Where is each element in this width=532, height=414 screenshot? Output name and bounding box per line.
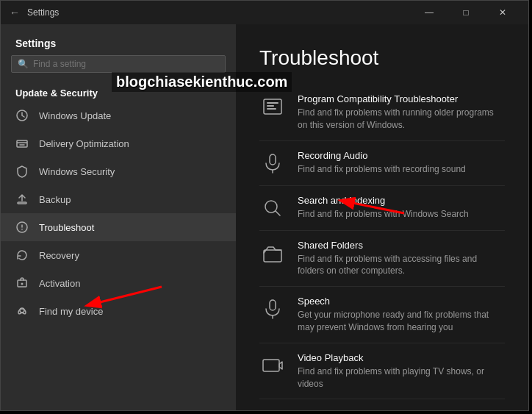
troubleshoot-item-search-indexing: Search and Indexing Find and fix problem… (259, 186, 505, 231)
item-text-program-compat: Program Compatibility Troubleshooter Fin… (298, 93, 505, 132)
troubleshoot-item-program-compat: Program Compatibility Troubleshooter Fin… (259, 85, 505, 141)
item-desc-speech: Get your microphone ready and fix proble… (298, 309, 505, 334)
sidebar-item-recovery[interactable]: Recovery (1, 241, 236, 269)
titlebar: ← Settings — □ ✕ (1, 1, 528, 24)
item-title-search-indexing: Search and Indexing (298, 195, 469, 206)
find-my-device-icon (15, 304, 29, 318)
svg-rect-13 (264, 250, 281, 262)
item-title-recording-audio: Recording Audio (298, 150, 466, 161)
recording-audio-icon (259, 150, 286, 176)
window-title: Settings (27, 7, 412, 18)
svg-rect-8 (267, 102, 278, 104)
sidebar-label-recovery: Recovery (39, 250, 79, 261)
svg-rect-14 (270, 300, 276, 310)
troubleshoot-item-shared-folders: Shared Folders Find and fix problems wit… (259, 231, 505, 288)
close-button[interactable]: ✕ (486, 1, 520, 24)
minimize-button[interactable]: — (412, 1, 446, 24)
speech-icon (259, 296, 286, 322)
troubleshoot-icon (15, 221, 29, 234)
item-title-program-compat: Program Compatibility Troubleshooter (298, 93, 505, 104)
shared-folders-icon (259, 240, 286, 266)
item-text-speech: Speech Get your microphone ready and fix… (298, 296, 505, 334)
item-text-recording-audio: Recording Audio Find and fix problems wi… (298, 150, 466, 176)
back-button[interactable]: ← (10, 7, 20, 18)
svg-rect-9 (267, 105, 274, 107)
delivery-icon (15, 137, 29, 150)
troubleshoot-item-recording-audio: Recording Audio Find and fix problems wi… (259, 141, 505, 186)
window-controls: — □ ✕ (412, 1, 520, 24)
svg-rect-2 (18, 202, 26, 204)
search-icon: 🔍 (18, 59, 29, 69)
item-title-video-playback: Video Playback (298, 352, 505, 363)
item-desc-video-playback: Find and fix problems with playing TV sh… (298, 365, 505, 390)
sidebar-label-troubleshoot: Troubleshoot (39, 222, 94, 233)
shield-icon (15, 165, 29, 178)
sidebar-item-activation[interactable]: Activation (1, 269, 236, 297)
sidebar-item-find-my-device[interactable]: Find my device (1, 297, 236, 325)
sidebar-label-backup: Backup (39, 194, 71, 205)
activation-icon (15, 276, 29, 290)
update-icon (15, 109, 29, 122)
svg-rect-15 (263, 360, 279, 371)
sidebar: Settings 🔍 Update & Security Windows Upd… (1, 24, 236, 410)
sidebar-header: Settings (1, 24, 236, 55)
sidebar-item-troubleshoot[interactable]: Troubleshoot (1, 213, 236, 241)
item-desc-shared-folders: Find and fix problems with accessing fil… (298, 253, 505, 278)
window-content: Settings 🔍 Update & Security Windows Upd… (1, 24, 528, 410)
search-input[interactable] (33, 59, 219, 69)
sidebar-item-delivery-optimization[interactable]: Delivery Optimization (1, 129, 236, 157)
section-label: Update & Security (1, 80, 236, 101)
sidebar-label-activation: Activation (39, 278, 80, 289)
page-title: Troubleshoot (259, 46, 505, 70)
sidebar-label-delivery-optimization: Delivery Optimization (39, 138, 129, 149)
sidebar-item-windows-update[interactable]: Windows Update (1, 101, 236, 129)
main-panel: Troubleshoot Program Compatibility Troub… (236, 24, 528, 410)
item-desc-program-compat: Find and fix problems with running older… (298, 107, 505, 132)
sidebar-item-windows-security[interactable]: Windows Security (1, 157, 236, 185)
svg-point-5 (21, 283, 24, 285)
troubleshoot-item-video-playback: Video Playback Find and fix problems wit… (259, 343, 505, 400)
compat-icon (259, 93, 286, 120)
settings-window: ← Settings — □ ✕ Settings 🔍 Update & Sec… (0, 0, 529, 411)
sidebar-label-windows-update: Windows Update (39, 110, 111, 121)
recovery-icon (15, 249, 29, 262)
item-text-shared-folders: Shared Folders Find and fix problems wit… (298, 240, 505, 278)
item-text-search-indexing: Search and Indexing Find and fix problem… (298, 195, 469, 221)
maximize-button[interactable]: □ (449, 1, 483, 24)
svg-rect-11 (270, 154, 276, 165)
item-desc-search-indexing: Find and fix problems with Windows Searc… (298, 208, 469, 221)
svg-rect-10 (267, 108, 276, 110)
search-box[interactable]: 🔍 (11, 55, 226, 73)
item-title-speech: Speech (298, 296, 505, 307)
item-text-video-playback: Video Playback Find and fix problems wit… (298, 352, 505, 390)
item-desc-recording-audio: Find and fix problems with recording sou… (298, 163, 466, 176)
sidebar-label-find-my-device: Find my device (39, 306, 103, 317)
item-title-shared-folders: Shared Folders (298, 240, 505, 251)
svg-rect-1 (17, 140, 27, 147)
search-indexing-icon (259, 195, 286, 221)
troubleshoot-item-speech: Speech Get your microphone ready and fix… (259, 287, 505, 343)
sidebar-item-backup[interactable]: Backup (1, 185, 236, 213)
sidebar-label-windows-security: Windows Security (39, 166, 115, 177)
video-playback-icon (259, 352, 286, 379)
backup-icon (15, 193, 29, 206)
